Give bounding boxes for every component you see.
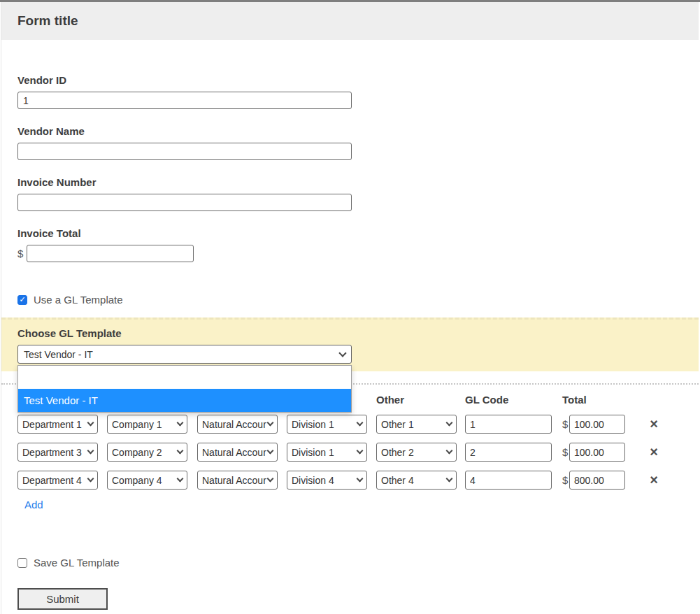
vendor-id-field-group: Vendor ID bbox=[17, 75, 700, 109]
invoice-number-field-group: Invoice Number bbox=[17, 177, 700, 211]
chevron-down-icon bbox=[446, 476, 453, 483]
natural-account-select-value: Natural Accour bbox=[202, 475, 266, 486]
gl-code-input[interactable] bbox=[465, 443, 552, 462]
natural-account-select[interactable]: Natural Accour bbox=[197, 415, 278, 434]
add-row-link[interactable]: Add bbox=[24, 499, 43, 511]
vendor-name-field-group: Vendor Name bbox=[17, 126, 700, 160]
company-select[interactable]: Company 2 bbox=[107, 443, 187, 462]
use-gl-template-row: ✓ Use a GL Template bbox=[17, 294, 700, 306]
choose-gl-template-label: Choose GL Template bbox=[17, 328, 699, 339]
vendor-name-label: Vendor Name bbox=[17, 126, 700, 137]
use-gl-template-label: Use a GL Template bbox=[34, 294, 123, 306]
chevron-down-icon bbox=[338, 349, 346, 357]
company-select-value: Company 2 bbox=[112, 447, 162, 458]
gl-template-select-wrap: Test Vendor - IT Test Vendor - IT bbox=[17, 345, 352, 364]
other-select-value: Other 4 bbox=[381, 475, 414, 486]
chevron-down-icon bbox=[267, 476, 274, 483]
department-select[interactable]: Department 3 bbox=[17, 443, 98, 462]
department-select[interactable]: Department 1 bbox=[17, 415, 98, 434]
company-select-value: Company 4 bbox=[112, 475, 162, 486]
currency-symbol: $ bbox=[17, 248, 23, 259]
chevron-down-icon bbox=[357, 448, 364, 455]
currency-symbol: $ bbox=[562, 415, 568, 434]
chevron-down-icon bbox=[87, 476, 94, 483]
natural-account-select-value: Natural Accour bbox=[202, 447, 266, 458]
chevron-down-icon bbox=[267, 448, 274, 455]
total-input[interactable] bbox=[569, 415, 625, 434]
header-total: Total bbox=[562, 394, 587, 406]
chevron-down-icon bbox=[177, 420, 184, 427]
company-select[interactable]: Company 1 bbox=[107, 415, 187, 434]
header-other: Other bbox=[376, 394, 404, 406]
natural-account-select[interactable]: Natural Accour bbox=[197, 471, 278, 490]
other-select[interactable]: Other 1 bbox=[376, 415, 457, 434]
department-select[interactable]: Department 4 bbox=[17, 471, 98, 490]
natural-account-select[interactable]: Natural Accour bbox=[197, 443, 278, 462]
save-gl-template-checkbox[interactable] bbox=[17, 558, 27, 568]
vendor-id-input[interactable] bbox=[17, 92, 352, 109]
chevron-down-icon bbox=[177, 448, 184, 455]
page-title: Form title bbox=[17, 13, 78, 29]
division-select[interactable]: Division 4 bbox=[287, 471, 367, 490]
other-select[interactable]: Other 4 bbox=[376, 471, 457, 490]
save-gl-template-label: Save GL Template bbox=[34, 557, 120, 569]
chevron-down-icon bbox=[446, 448, 453, 455]
division-select-value: Division 1 bbox=[292, 419, 334, 430]
department-select-value: Department 3 bbox=[22, 447, 82, 458]
currency-symbol: $ bbox=[562, 471, 568, 490]
choose-gl-template-section: Choose GL Template Test Vendor - IT Test… bbox=[1, 317, 699, 371]
remove-row-button[interactable]: × bbox=[645, 471, 663, 489]
remove-row-button[interactable]: × bbox=[645, 443, 663, 461]
vendor-name-input[interactable] bbox=[17, 143, 352, 160]
other-select-value: Other 1 bbox=[381, 419, 414, 430]
chevron-down-icon bbox=[267, 420, 274, 427]
use-gl-template-checkbox[interactable]: ✓ bbox=[17, 295, 27, 305]
division-select[interactable]: Division 1 bbox=[287, 443, 367, 462]
chevron-down-icon bbox=[357, 420, 364, 427]
other-select-value: Other 2 bbox=[381, 447, 414, 458]
gl-row-3: Department 4 Company 4 Natural Accour Di… bbox=[17, 471, 699, 490]
invoice-total-field-group: Invoice Total $ bbox=[17, 228, 700, 262]
gl-code-input[interactable] bbox=[465, 415, 552, 434]
invoice-number-input[interactable] bbox=[17, 194, 352, 211]
division-select-value: Division 4 bbox=[292, 475, 334, 486]
total-input[interactable] bbox=[569, 471, 625, 490]
chevron-down-icon bbox=[177, 476, 184, 483]
dropdown-option-blank[interactable] bbox=[18, 366, 351, 389]
check-icon: ✓ bbox=[19, 296, 25, 304]
department-select-value: Department 1 bbox=[22, 419, 82, 430]
chevron-down-icon bbox=[87, 448, 94, 455]
invoice-total-input[interactable] bbox=[27, 245, 194, 262]
gl-code-input[interactable] bbox=[465, 471, 552, 490]
submit-button[interactable]: Submit bbox=[17, 588, 108, 610]
gl-row-1: Department 1 Company 1 Natural Accour Di… bbox=[17, 415, 699, 434]
company-select[interactable]: Company 4 bbox=[107, 471, 187, 490]
save-gl-template-row: Save GL Template bbox=[17, 557, 700, 569]
gl-row-2: Department 3 Company 2 Natural Accour Di… bbox=[17, 443, 699, 462]
chevron-down-icon bbox=[87, 420, 94, 427]
invoice-number-label: Invoice Number bbox=[17, 177, 700, 188]
chevron-down-icon bbox=[357, 476, 364, 483]
vendor-id-label: Vendor ID bbox=[17, 75, 700, 86]
header-gl-code: GL Code bbox=[465, 394, 508, 406]
division-select-value: Division 1 bbox=[292, 447, 334, 458]
currency-symbol: $ bbox=[562, 443, 568, 462]
form-page: Form title Vendor ID Vendor Name Invoice… bbox=[1, 2, 700, 614]
company-select-value: Company 1 bbox=[112, 419, 162, 430]
gl-template-select[interactable]: Test Vendor - IT bbox=[17, 345, 352, 364]
natural-account-select-value: Natural Accour bbox=[202, 419, 266, 430]
department-select-value: Department 4 bbox=[22, 475, 82, 486]
form-header: Form title bbox=[1, 2, 699, 40]
total-input[interactable] bbox=[569, 443, 625, 462]
chevron-down-icon bbox=[446, 420, 453, 427]
division-select[interactable]: Division 1 bbox=[287, 415, 367, 434]
gl-template-selected-value: Test Vendor - IT bbox=[24, 349, 93, 360]
other-select[interactable]: Other 2 bbox=[376, 443, 457, 462]
dropdown-option-selected[interactable]: Test Vendor - IT bbox=[18, 389, 351, 412]
invoice-total-label: Invoice Total bbox=[17, 228, 700, 239]
gl-template-dropdown: Test Vendor - IT bbox=[17, 365, 352, 413]
remove-row-button[interactable]: × bbox=[645, 415, 663, 433]
